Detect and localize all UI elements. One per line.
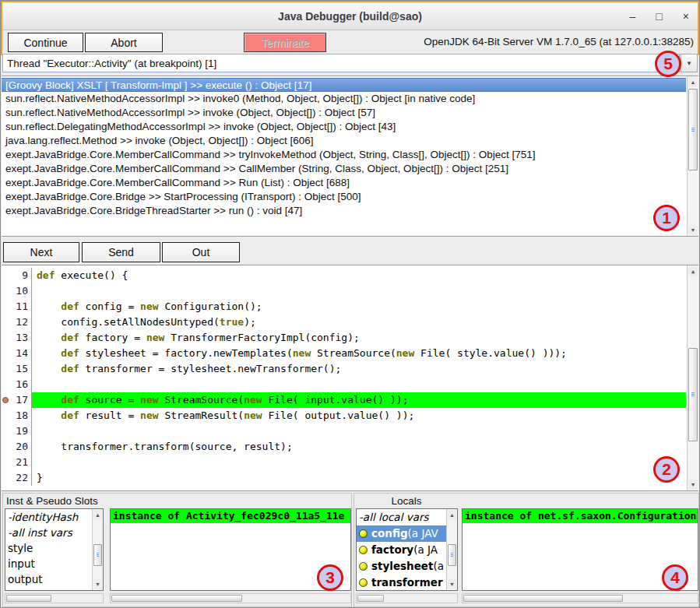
slot-list-item[interactable]: output bbox=[5, 571, 103, 587]
code-line[interactable]: 12 config.setAllNodesUntyped(true); bbox=[2, 315, 686, 330]
local-list-item[interactable]: config (a JAV bbox=[357, 525, 457, 542]
code-line[interactable]: 19 bbox=[2, 423, 686, 439]
gutter-breakpoint-cell[interactable] bbox=[2, 268, 9, 283]
code-lines: 9def execute() {10 11 def config = new C… bbox=[2, 268, 686, 486]
stack-frame[interactable]: exept.JavaBridge.Core.MemberCallCommand … bbox=[2, 176, 686, 190]
scroll-down-icon[interactable]: ▼ bbox=[688, 225, 698, 235]
hscroll-thumb[interactable] bbox=[463, 595, 623, 602]
stack-frame[interactable]: exept.JavaBridge.Core.MemberCallCommand … bbox=[2, 162, 686, 176]
slots-value-view[interactable]: instance of Activity_fec029c0_11a5_11e bbox=[110, 508, 351, 591]
gutter-breakpoint-cell[interactable] bbox=[2, 361, 9, 377]
local-list-item[interactable]: factory (a JA bbox=[357, 542, 457, 558]
scroll-down-icon[interactable]: ▼ bbox=[448, 579, 456, 589]
code-line[interactable]: 10 bbox=[2, 283, 686, 299]
locals-list-scrollbar[interactable]: ▲ ▼ bbox=[446, 509, 457, 590]
send-button[interactable]: Send bbox=[82, 242, 160, 262]
code-text: config.setAllNodesUntyped(true); bbox=[31, 315, 686, 330]
slots-scrollbar-thumb[interactable] bbox=[93, 544, 102, 566]
variable-icon bbox=[359, 546, 368, 554]
code-line[interactable]: 9def execute() { bbox=[2, 268, 686, 283]
gutter-breakpoint-cell[interactable] bbox=[2, 299, 9, 315]
code-line[interactable]: 14 def stylesheet = factory.newTemplates… bbox=[2, 346, 686, 361]
slots-list-scrollbar[interactable]: ▲ ▼ bbox=[92, 509, 103, 590]
code-line[interactable]: 17 def source = new StreamSource(new Fil… bbox=[2, 392, 686, 408]
inst-pseudo-slots-label: Inst & Pseudo Slots bbox=[6, 495, 98, 507]
code-line[interactable]: 11 def config = new Configuration(); bbox=[2, 299, 686, 315]
slot-list-item[interactable]: style bbox=[5, 540, 103, 556]
gutter-breakpoint-cell[interactable] bbox=[2, 392, 9, 408]
code-line[interactable]: 13 def factory = new TransformerFactoryI… bbox=[2, 330, 686, 346]
code-line[interactable]: 20 transformer.transform(source, result)… bbox=[2, 439, 686, 455]
stack-frame[interactable]: exept.JavaBridge.Core.MemberCallCommand … bbox=[2, 148, 686, 162]
local-list-item[interactable]: transformer bbox=[357, 575, 457, 591]
code-line[interactable]: 21 bbox=[2, 455, 686, 470]
scroll-down-icon[interactable]: ▼ bbox=[688, 480, 698, 490]
scroll-up-icon[interactable]: ▲ bbox=[93, 510, 102, 520]
locals-list-hscrollbar[interactable] bbox=[356, 593, 458, 603]
line-number: 15 bbox=[9, 361, 28, 377]
stack-frame[interactable]: [Groovy Block] XSLT [ Transform-Impl ] >… bbox=[2, 78, 686, 92]
stack-scrollbar[interactable]: ▲ ▼ bbox=[687, 76, 698, 236]
code-editor-panel[interactable]: 9def execute() {10 11 def config = new C… bbox=[2, 265, 698, 491]
gutter-breakpoint-cell[interactable] bbox=[2, 330, 9, 346]
stack-frame[interactable]: exept.JavaBridge.Core.BridgeThreadStarte… bbox=[2, 204, 686, 218]
window-accent-border-right bbox=[698, 1, 699, 55]
hscroll-thumb[interactable] bbox=[111, 595, 242, 602]
stack-frame[interactable]: sun.reflect.NativeMethodAccessorImpl >> … bbox=[2, 106, 686, 120]
gutter-breakpoint-cell[interactable] bbox=[2, 408, 9, 423]
code-text: def execute() { bbox=[31, 268, 686, 283]
gutter-breakpoint-cell[interactable] bbox=[2, 315, 9, 330]
stack-frame[interactable]: exept.JavaBridge.Core.Bridge >> StartPro… bbox=[2, 190, 686, 204]
chevron-down-icon: ▾ bbox=[688, 59, 691, 67]
hscroll-thumb[interactable] bbox=[357, 595, 384, 602]
titlebar[interactable]: Java Debugger (build@sao) – □ × bbox=[2, 2, 698, 30]
gutter-breakpoint-cell[interactable] bbox=[2, 283, 9, 299]
gutter-breakpoint-cell[interactable] bbox=[2, 439, 9, 455]
gutter-breakpoint-cell[interactable] bbox=[2, 455, 9, 470]
slot-list-item[interactable]: -identityHash bbox=[5, 509, 103, 525]
hscroll-thumb[interactable] bbox=[6, 595, 51, 602]
gutter-breakpoint-cell[interactable] bbox=[2, 423, 9, 439]
slot-list-item[interactable]: input bbox=[5, 556, 103, 571]
breakpoint-icon[interactable] bbox=[2, 397, 9, 403]
locals-value-text: instance of net.sf.saxon.Configuration bbox=[463, 509, 698, 523]
stack-frame[interactable]: sun.reflect.DelegatingMethodAccessorImpl… bbox=[2, 120, 686, 134]
terminate-button[interactable]: Terminate bbox=[244, 33, 326, 52]
slot-list-item[interactable]: -all inst vars bbox=[5, 525, 103, 540]
stack-scrollbar-thumb[interactable] bbox=[688, 89, 698, 170]
thread-dropdown-button[interactable]: ▾ bbox=[681, 54, 698, 72]
call-stack-panel: [Groovy Block] XSLT [ Transform-Impl ] >… bbox=[2, 76, 698, 237]
code-line[interactable]: 22} bbox=[2, 470, 686, 486]
out-button[interactable]: Out bbox=[162, 242, 240, 262]
continue-button[interactable]: Continue bbox=[8, 33, 83, 52]
gutter-breakpoint-cell[interactable] bbox=[2, 470, 9, 486]
maximize-icon[interactable]: □ bbox=[656, 11, 662, 22]
code-line[interactable]: 18 def result = new StreamResult(new Fil… bbox=[2, 408, 686, 423]
abort-button[interactable]: Abort bbox=[85, 33, 163, 52]
scroll-up-icon[interactable]: ▲ bbox=[688, 266, 698, 276]
code-line[interactable]: 15 def transformer = stylesheet.newTrans… bbox=[2, 361, 686, 377]
code-scrollbar-thumb[interactable] bbox=[688, 348, 698, 441]
scroll-down-icon[interactable]: ▼ bbox=[93, 579, 102, 589]
local-list-item[interactable]: -all local vars bbox=[357, 509, 457, 525]
stack-frame[interactable]: sun.reflect.NativeMethodAccessorImpl >> … bbox=[2, 92, 686, 106]
locals-scrollbar-thumb[interactable] bbox=[448, 544, 456, 566]
window-accent-border-left bbox=[1, 1, 2, 55]
locals-value-hscrollbar[interactable] bbox=[462, 593, 698, 603]
slots-list-hscrollbar[interactable] bbox=[5, 593, 104, 603]
local-list-item[interactable]: stylesheet (a bbox=[357, 558, 457, 575]
gutter-breakpoint-cell[interactable] bbox=[2, 377, 9, 392]
scroll-up-icon[interactable]: ▲ bbox=[688, 77, 698, 87]
thread-combobox[interactable]: Thread "Executor::Activity" (at breakpoi… bbox=[2, 54, 680, 72]
line-number: 10 bbox=[9, 283, 28, 299]
gutter-breakpoint-cell[interactable] bbox=[2, 346, 9, 361]
scroll-up-icon[interactable]: ▲ bbox=[448, 510, 456, 520]
next-button[interactable]: Next bbox=[3, 242, 79, 262]
slots-value-hscrollbar[interactable] bbox=[110, 593, 351, 603]
close-icon[interactable]: × bbox=[683, 11, 689, 22]
code-text bbox=[31, 423, 686, 439]
minimize-icon[interactable]: – bbox=[630, 11, 636, 22]
stack-frame[interactable]: java.lang.reflect.Method >> invoke (Obje… bbox=[2, 134, 686, 148]
code-scrollbar[interactable]: ▲ ▼ bbox=[687, 265, 698, 490]
code-line[interactable]: 16 bbox=[2, 377, 686, 392]
